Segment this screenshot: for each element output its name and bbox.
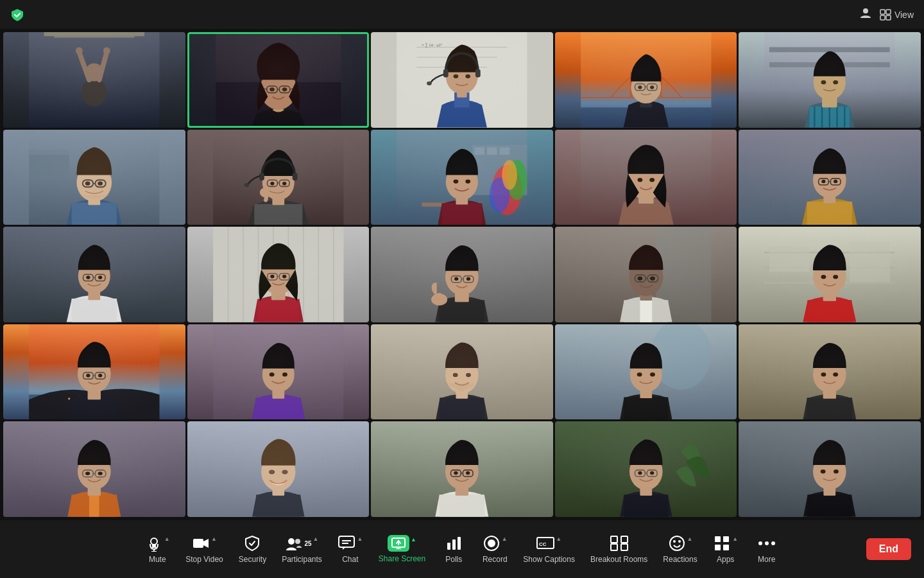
participant-cell-4[interactable] xyxy=(739,32,921,128)
participant-cell-16[interactable] xyxy=(187,324,370,420)
svg-point-286 xyxy=(758,541,762,545)
svg-rect-269 xyxy=(452,539,456,550)
svg-point-288 xyxy=(771,541,775,545)
svg-rect-268 xyxy=(447,543,450,550)
polls-button[interactable]: Polls xyxy=(434,530,473,568)
participant-cell-10[interactable] xyxy=(3,227,185,322)
video-icon xyxy=(192,534,210,552)
show-captions-button[interactable]: CC ▲ Show Captions xyxy=(517,530,581,568)
participant-cell-9[interactable] xyxy=(739,130,921,225)
more-icon xyxy=(758,534,776,552)
svg-rect-275 xyxy=(611,536,617,543)
participant-cell-22[interactable] xyxy=(371,421,553,517)
svg-point-260 xyxy=(295,539,300,544)
reactions-icon xyxy=(668,534,686,552)
breakout-rooms-label: Breakout Rooms xyxy=(590,555,647,564)
apps-label: Apps xyxy=(717,555,734,564)
participant-count: 25 xyxy=(304,540,311,547)
participant-cell-15[interactable] xyxy=(3,324,185,420)
record-caret[interactable]: ▲ xyxy=(502,536,508,542)
reactions-caret[interactable]: ▲ xyxy=(687,536,693,542)
more-button[interactable]: More xyxy=(748,530,786,568)
record-icon xyxy=(483,534,501,552)
share-screen-button[interactable]: ▲ Share Screen xyxy=(372,531,432,567)
participant-cell-5[interactable] xyxy=(3,130,185,225)
show-captions-label: Show Captions xyxy=(523,555,575,564)
more-label: More xyxy=(758,555,775,564)
svg-point-272 xyxy=(488,539,495,547)
mute-button[interactable]: ▲ Mute xyxy=(138,530,176,568)
svg-rect-277 xyxy=(611,544,617,550)
chat-button[interactable]: ▲ Chat xyxy=(331,530,370,568)
participant-cell-21[interactable] xyxy=(187,421,370,517)
svg-point-281 xyxy=(678,540,681,543)
polls-icon xyxy=(445,534,463,552)
apps-button[interactable]: ▲ Apps xyxy=(706,530,745,568)
stop-video-button[interactable]: ▲ Stop Video xyxy=(179,530,230,568)
top-right-controls: View xyxy=(859,6,914,22)
svg-point-254 xyxy=(151,538,157,545)
view-label: View xyxy=(894,10,914,20)
svg-rect-282 xyxy=(715,536,721,542)
participant-cell-3[interactable] xyxy=(555,32,737,128)
svg-point-259 xyxy=(288,538,295,545)
participant-cell-2[interactable]: = ∑ (xi - μ)² xyxy=(371,32,553,128)
captions-caret[interactable]: ▲ xyxy=(556,536,561,542)
video-grid: = ∑ (xi - μ)² xyxy=(0,29,924,520)
svg-rect-261 xyxy=(339,536,354,547)
share-screen-label: Share Screen xyxy=(379,554,425,563)
stop-video-caret[interactable]: ▲ xyxy=(211,536,217,542)
participants-label: Participants xyxy=(282,555,322,564)
breakout-rooms-button[interactable]: Breakout Rooms xyxy=(584,530,654,568)
participant-cell-11[interactable] xyxy=(187,227,370,322)
shield-icon xyxy=(10,8,24,22)
svg-rect-270 xyxy=(458,537,461,550)
record-label: Record xyxy=(483,555,508,564)
apps-caret[interactable]: ▲ xyxy=(732,536,738,542)
reactions-button[interactable]: ▲ Reactions xyxy=(656,530,703,568)
svg-rect-2 xyxy=(886,10,891,14)
mute-caret[interactable]: ▲ xyxy=(164,536,170,542)
participant-cell-18[interactable] xyxy=(555,324,737,420)
participant-cell-17[interactable] xyxy=(371,324,553,420)
view-btn[interactable]: View xyxy=(880,9,914,21)
apps-icon xyxy=(713,534,731,552)
security-button[interactable]: Security xyxy=(232,530,273,568)
participant-cell-0[interactable] xyxy=(3,32,185,128)
participant-cell-1[interactable] xyxy=(187,32,370,128)
participants-caret[interactable]: ▲ xyxy=(313,536,319,542)
participant-cell-13[interactable] xyxy=(555,227,737,322)
svg-rect-278 xyxy=(621,544,628,550)
polls-label: Polls xyxy=(445,555,462,564)
participant-cell-6[interactable] xyxy=(187,130,370,225)
svg-point-287 xyxy=(765,541,769,545)
participant-cell-14[interactable] xyxy=(739,227,921,322)
record-button[interactable]: ▲ Record xyxy=(475,530,514,568)
share-screen-caret[interactable]: ▲ xyxy=(411,536,416,543)
participant-cell-24[interactable] xyxy=(739,421,921,517)
security-icon xyxy=(243,534,261,552)
svg-rect-1 xyxy=(880,10,885,14)
svg-point-280 xyxy=(673,540,676,543)
svg-point-0 xyxy=(863,8,868,13)
svg-rect-284 xyxy=(715,545,721,550)
participant-cell-7[interactable] xyxy=(371,130,553,225)
svg-rect-4 xyxy=(886,15,891,20)
top-bar: View xyxy=(0,0,924,29)
participant-cell-20[interactable] xyxy=(3,421,185,517)
participant-cell-8[interactable] xyxy=(555,130,737,225)
svg-rect-255 xyxy=(152,544,156,548)
mute-icon xyxy=(145,534,163,552)
participant-cell-19[interactable] xyxy=(739,324,921,420)
svg-rect-276 xyxy=(621,536,628,543)
svg-point-279 xyxy=(670,536,684,550)
user-icon-btn[interactable] xyxy=(859,6,872,22)
participant-cell-12[interactable] xyxy=(371,227,553,322)
participant-cell-23[interactable] xyxy=(555,421,737,517)
end-button[interactable]: End xyxy=(866,538,911,560)
toolbar: ▲ Mute ▲ Stop Video Security xyxy=(0,520,924,578)
participants-button[interactable]: 25 ▲ Participants xyxy=(275,530,329,568)
reactions-label: Reactions xyxy=(663,555,697,564)
chat-label: Chat xyxy=(342,555,358,564)
chat-caret[interactable]: ▲ xyxy=(357,536,363,542)
